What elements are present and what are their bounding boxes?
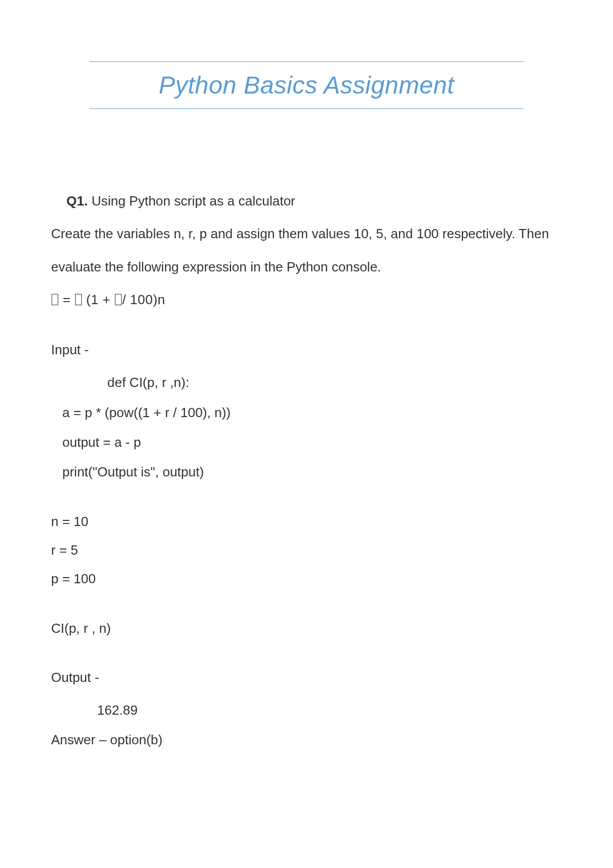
assign-p: p = 100 — [51, 568, 562, 589]
question-label: Q1. — [66, 193, 88, 209]
assign-n: n = 10 — [51, 511, 562, 532]
formula-part-1: = — [59, 292, 75, 307]
function-call: CI(p, r , n) — [51, 618, 562, 638]
question-paragraph-1: Create the variables n, r, p and assign … — [51, 223, 562, 244]
assign-r: r = 5 — [51, 540, 562, 560]
code-def-line: def CI(p, r ,n): — [107, 372, 562, 393]
formula-part-2: (1 + — [82, 292, 114, 307]
placeholder-box-icon — [115, 294, 122, 305]
code-block: def CI(p, r ,n): a = p * (pow((1 + r / 1… — [51, 372, 562, 482]
answer-line: Answer – option(b) — [51, 729, 562, 750]
placeholder-box-icon — [52, 294, 58, 305]
question-heading: Q1. Using Python script as a calculator — [66, 191, 562, 211]
assignment-block: n = 10 r = 5 p = 100 — [51, 511, 562, 589]
formula-expression: = (1 + / 100)n — [51, 289, 562, 310]
formula-part-3: / 100)n — [122, 292, 165, 307]
code-line-3: print("Output is", output) — [62, 462, 562, 482]
output-label: Output - — [51, 667, 562, 688]
document-body: Q1. Using Python script as a calculator … — [51, 191, 562, 750]
code-line-1: a = p * (pow((1 + r / 100), n)) — [62, 402, 562, 423]
code-line-2: output = a - p — [62, 432, 562, 452]
question-text: Using Python script as a calculator — [88, 193, 295, 209]
output-value: 162.89 — [97, 700, 562, 720]
input-label: Input - — [51, 339, 562, 360]
document-title: Python Basics Assignment — [89, 71, 524, 99]
question-paragraph-2: evaluate the following expression in the… — [51, 257, 562, 277]
title-container: Python Basics Assignment — [89, 61, 524, 109]
placeholder-box-icon — [75, 294, 82, 305]
